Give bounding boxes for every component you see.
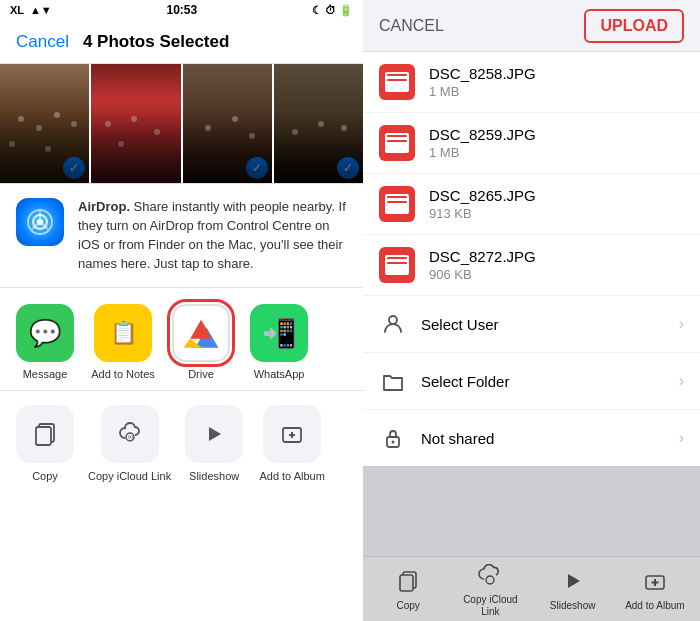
- modal-cancel-button[interactable]: CANCEL: [379, 9, 444, 43]
- file-thumbnail-2: [385, 194, 409, 214]
- file-icon-1: [379, 125, 415, 161]
- right-panel: XL ▲▼ 10:54 ☾ ⏱ 🔋 Cancel 4 Photos Select…: [363, 0, 700, 621]
- folder-icon: [379, 367, 407, 395]
- photo-check-1: ✓: [63, 157, 85, 179]
- file-name-3: DSC_8272.JPG: [429, 248, 684, 265]
- left-cancel-button[interactable]: Cancel: [16, 32, 69, 52]
- file-thumbnail-1: [385, 133, 409, 153]
- left-page-title: 4 Photos Selected: [83, 32, 229, 52]
- photo-thumb-3[interactable]: ✓: [181, 64, 272, 183]
- file-thumbnail-0: [385, 72, 409, 92]
- file-size-0: 1 MB: [429, 84, 684, 99]
- file-info-2: DSC_8265.JPG 913 KB: [429, 187, 684, 221]
- airdrop-description: AirDrop. Share instantly with people nea…: [78, 198, 347, 273]
- left-status-icons: ☾ ⏱ 🔋: [312, 4, 353, 17]
- option-label-select-folder: Select Folder: [421, 373, 665, 390]
- file-list: DSC_8258.JPG 1 MB DSC_8259.JPG 1 MB: [363, 52, 700, 296]
- file-info-3: DSC_8272.JPG 906 KB: [429, 248, 684, 282]
- airdrop-icon: [16, 198, 64, 246]
- file-thumbnail-3: [385, 255, 409, 275]
- file-item-2: DSC_8265.JPG 913 KB: [363, 174, 700, 235]
- file-icon-0: [379, 64, 415, 100]
- share-item-whatsapp[interactable]: 📲 WhatsApp: [244, 304, 314, 380]
- file-name-0: DSC_8258.JPG: [429, 65, 684, 82]
- not-shared-chevron: ›: [679, 429, 684, 447]
- svg-text:∞: ∞: [128, 433, 133, 440]
- share-item-notes[interactable]: 📋 Add to Notes: [88, 304, 158, 380]
- file-info-0: DSC_8258.JPG 1 MB: [429, 65, 684, 99]
- option-not-shared[interactable]: Not shared ›: [363, 410, 700, 466]
- options-section: Select User › Select Folder ›: [363, 296, 700, 466]
- action-label-copy-icloud: Copy iCloud Link: [88, 469, 171, 483]
- left-panel: XL ▲▼ 10:53 ☾ ⏱ 🔋 Cancel 4 Photos Select…: [0, 0, 363, 621]
- svg-marker-16: [209, 427, 221, 441]
- select-user-chevron: ›: [679, 315, 684, 333]
- action-item-add-album[interactable]: Add to Album: [257, 405, 327, 483]
- share-label-notes: Add to Notes: [91, 368, 155, 380]
- action-item-copy[interactable]: Copy: [10, 405, 80, 483]
- file-name-1: DSC_8259.JPG: [429, 126, 684, 143]
- action-label-copy: Copy: [32, 469, 58, 483]
- share-label-message: Message: [23, 368, 68, 380]
- lock-icon: [379, 424, 407, 452]
- file-name-2: DSC_8265.JPG: [429, 187, 684, 204]
- file-size-1: 1 MB: [429, 145, 684, 160]
- photo-strip: ✓ ✓ ✓: [0, 64, 363, 184]
- copy-icon: [16, 405, 74, 463]
- message-icon: 💬: [16, 304, 74, 362]
- share-item-message[interactable]: 💬 Message: [10, 304, 80, 380]
- left-time: 10:53: [166, 3, 197, 17]
- photo-thumb-4[interactable]: ✓: [272, 64, 363, 183]
- airdrop-section: AirDrop. Share instantly with people nea…: [0, 184, 363, 288]
- option-label-not-shared: Not shared: [421, 430, 665, 447]
- svg-rect-13: [36, 427, 51, 445]
- file-item-3: DSC_8272.JPG 906 KB: [363, 235, 700, 296]
- share-row: 💬 Message 📋 Add to Notes: [0, 288, 363, 391]
- option-select-user[interactable]: Select User ›: [363, 296, 700, 353]
- option-select-folder[interactable]: Select Folder ›: [363, 353, 700, 410]
- share-item-drive[interactable]: Drive: [166, 304, 236, 380]
- svg-point-20: [389, 316, 397, 324]
- action-row: Copy ∞ Copy iCloud Link Slideshow: [0, 391, 363, 493]
- svg-marker-9: [190, 320, 211, 339]
- file-icon-3: [379, 247, 415, 283]
- share-label-drive: Drive: [188, 368, 214, 380]
- file-item-0: DSC_8258.JPG 1 MB: [363, 52, 700, 113]
- action-item-slideshow[interactable]: Slideshow: [179, 405, 249, 483]
- upload-modal: CANCEL UPLOAD DSC_8258.JPG 1 MB: [363, 0, 700, 466]
- person-icon: [379, 310, 407, 338]
- file-info-1: DSC_8259.JPG 1 MB: [429, 126, 684, 160]
- modal-overlay: CANCEL UPLOAD DSC_8258.JPG 1 MB: [363, 0, 700, 621]
- photo-check-4: ✓: [337, 157, 359, 179]
- left-nav-bar: Cancel 4 Photos Selected: [0, 20, 363, 64]
- photo-thumb-1[interactable]: ✓: [0, 64, 89, 183]
- file-icon-2: [379, 186, 415, 222]
- modal-top-bar: CANCEL UPLOAD: [363, 0, 700, 52]
- action-label-slideshow: Slideshow: [189, 469, 239, 483]
- action-item-copy-icloud[interactable]: ∞ Copy iCloud Link: [88, 405, 171, 483]
- file-size-3: 906 KB: [429, 267, 684, 282]
- modal-upload-button[interactable]: UPLOAD: [584, 9, 684, 43]
- select-folder-chevron: ›: [679, 372, 684, 390]
- drive-icon: [172, 304, 230, 362]
- photo-check-3: ✓: [246, 157, 268, 179]
- file-item-1: DSC_8259.JPG 1 MB: [363, 113, 700, 174]
- copy-icloud-icon: ∞: [101, 405, 159, 463]
- action-label-add-album: Add to Album: [259, 469, 324, 483]
- add-album-icon: [263, 405, 321, 463]
- left-status-bar: XL ▲▼ 10:53 ☾ ⏱ 🔋: [0, 0, 363, 20]
- left-carrier: XL ▲▼: [10, 4, 52, 16]
- file-size-2: 913 KB: [429, 206, 684, 221]
- option-label-select-user: Select User: [421, 316, 665, 333]
- notes-icon: 📋: [94, 304, 152, 362]
- share-label-whatsapp: WhatsApp: [254, 368, 305, 380]
- svg-point-22: [392, 441, 395, 444]
- whatsapp-icon: 📲: [250, 304, 308, 362]
- photo-thumb-2[interactable]: [89, 64, 180, 183]
- slideshow-icon: [185, 405, 243, 463]
